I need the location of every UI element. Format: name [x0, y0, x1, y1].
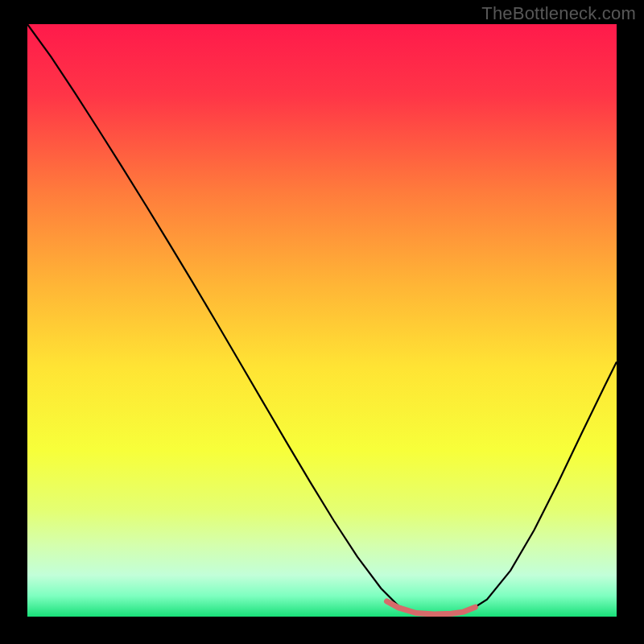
chart-plot-area — [27, 24, 617, 617]
chart-svg — [27, 24, 617, 617]
chart-frame: TheBottleneck.com — [0, 0, 644, 644]
chart-background — [27, 24, 617, 617]
watermark-text: TheBottleneck.com — [481, 3, 636, 24]
